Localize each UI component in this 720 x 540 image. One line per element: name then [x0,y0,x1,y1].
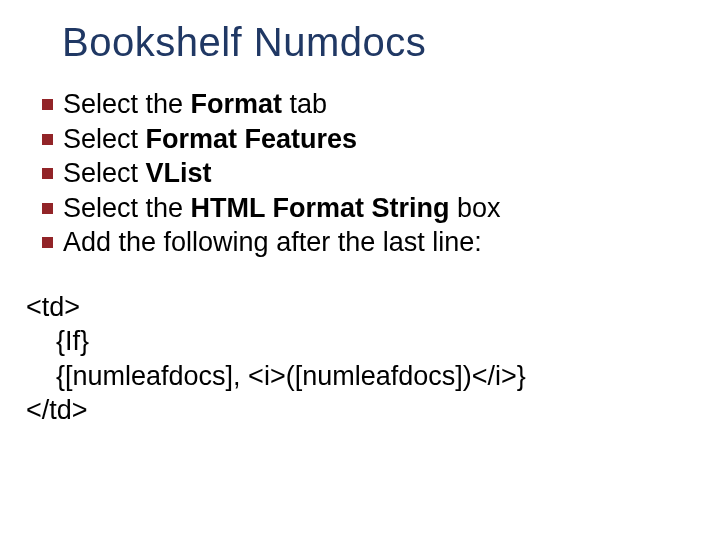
bullet-text: Select the [63,193,191,223]
code-line: {[numleafdocs], <i>([numleafdocs])</i>} [26,361,526,391]
code-line: </td> [26,395,88,425]
bullet-text: Select [63,158,146,188]
code-line: <td> [26,292,80,322]
list-item: Select Format Features [42,122,696,157]
bullet-text: Add the following after the last line: [63,227,482,257]
list-item: Select VList [42,156,696,191]
bullet-bold: Format [191,89,283,119]
bullet-text: tab [282,89,327,119]
page-title: Bookshelf Numdocs [62,20,696,65]
bullet-list: Select the Format tab Select Format Feat… [42,87,696,260]
list-item: Select the Format tab [42,87,696,122]
code-block: <td> {If} {[numleafdocs], <i>([numleafdo… [26,290,696,428]
bullet-icon [42,168,53,179]
list-item: Select the HTML Format String box [42,191,696,226]
bullet-icon [42,203,53,214]
bullet-text: Select [63,124,146,154]
bullet-bold: HTML Format String [191,193,450,223]
bullet-text: box [450,193,501,223]
bullet-text: Select the [63,89,191,119]
bullet-bold: VList [146,158,212,188]
bullet-icon [42,99,53,110]
bullet-bold: Format Features [146,124,358,154]
slide: Bookshelf Numdocs Select the Format tab … [0,0,720,540]
bullet-icon [42,237,53,248]
code-line: {If} [26,326,89,356]
bullet-icon [42,134,53,145]
list-item: Add the following after the last line: [42,225,696,260]
